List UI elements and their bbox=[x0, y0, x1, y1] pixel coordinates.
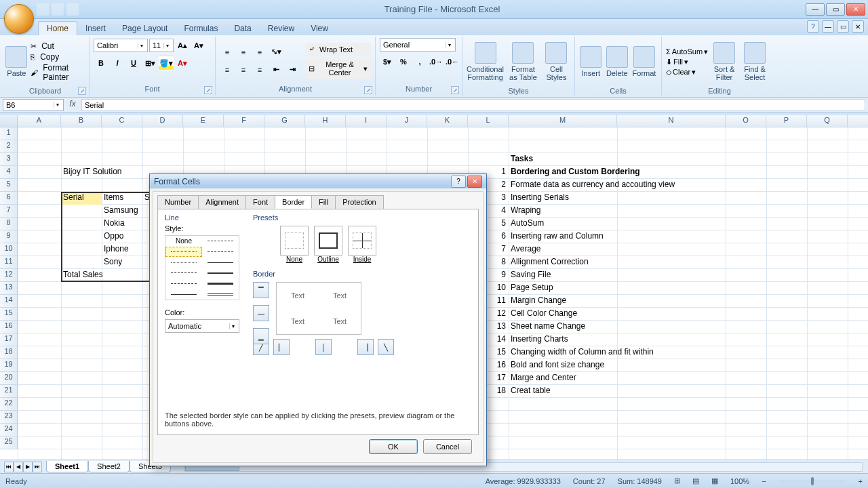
cell[interactable]: AutoSum bbox=[509, 218, 780, 230]
line-style-none[interactable]: None bbox=[165, 236, 202, 247]
merge-center-button[interactable]: ⊟ Merge & Center ▾ bbox=[305, 58, 371, 79]
view-layout-icon[interactable]: ▤ bbox=[692, 476, 699, 485]
border-button[interactable]: ⊞▾ bbox=[142, 56, 157, 70]
currency-button[interactable]: $▾ bbox=[380, 54, 395, 69]
align-center-button[interactable]: ≡ bbox=[236, 62, 251, 77]
cell[interactable]: Page Setup bbox=[509, 282, 780, 295]
cell[interactable]: Sheet name Change bbox=[509, 321, 780, 333]
cut-button[interactable]: ✂ Cut bbox=[31, 41, 85, 51]
decrease-decimal-button[interactable]: .0← bbox=[445, 54, 460, 69]
dialog-tab-alignment[interactable]: Alignment bbox=[198, 195, 246, 209]
preset-outline-button[interactable] bbox=[314, 226, 342, 256]
dialog-close-button[interactable]: ✕ bbox=[467, 176, 482, 188]
row-header[interactable]: 20 bbox=[0, 372, 18, 385]
conditional-formatting-button[interactable]: Conditional Formatting bbox=[467, 38, 504, 85]
alignment-launcher[interactable]: ⤢ bbox=[364, 86, 372, 94]
row-header[interactable]: 17 bbox=[0, 333, 18, 346]
cell[interactable]: Average bbox=[509, 243, 780, 256]
row-header[interactable]: 16 bbox=[0, 321, 18, 333]
cell[interactable]: Bordering and Custom Bordering bbox=[509, 166, 780, 179]
fx-button[interactable]: fx bbox=[66, 99, 79, 111]
orientation-button[interactable]: ⤡▾ bbox=[269, 45, 283, 60]
qat-redo-icon[interactable] bbox=[66, 3, 79, 16]
ribbon-close-button[interactable]: ✕ bbox=[852, 20, 864, 33]
column-header[interactable]: M bbox=[509, 115, 617, 127]
border-left-toggle[interactable]: ▏ bbox=[273, 339, 290, 355]
align-middle-button[interactable]: ≡ bbox=[236, 45, 251, 60]
row-header[interactable]: 19 bbox=[0, 359, 18, 372]
column-header[interactable]: P bbox=[766, 115, 807, 127]
column-header[interactable]: A bbox=[18, 115, 61, 127]
tab-insert[interactable]: Insert bbox=[77, 22, 114, 35]
clear-button[interactable]: ◇ Clear ▾ bbox=[666, 68, 708, 77]
border-color-combo[interactable]: Automatic▾ bbox=[165, 319, 239, 333]
cell[interactable]: Creat table bbox=[509, 385, 780, 398]
row-header[interactable]: 24 bbox=[0, 424, 18, 436]
sheet-tab-2[interactable]: Sheet2 bbox=[88, 461, 130, 472]
column-header[interactable]: J bbox=[387, 115, 427, 127]
border-vmid-toggle[interactable]: │ bbox=[315, 339, 332, 355]
line-style-selector[interactable]: None bbox=[165, 235, 239, 300]
row-header[interactable]: 13 bbox=[0, 282, 18, 295]
delete-cells-button[interactable]: Delete bbox=[606, 38, 629, 85]
font-color-button[interactable]: A▾ bbox=[175, 56, 190, 70]
increase-decimal-button[interactable]: .0→ bbox=[429, 54, 443, 69]
preset-none-button[interactable] bbox=[280, 226, 309, 256]
format-painter-button[interactable]: 🖌 Format Painter bbox=[31, 63, 85, 82]
italic-button[interactable]: I bbox=[110, 56, 125, 70]
row-header[interactable]: 12 bbox=[0, 269, 18, 282]
column-header[interactable]: K bbox=[427, 115, 468, 127]
ribbon-minimize-button[interactable]: — bbox=[822, 20, 834, 33]
cell-styles-button[interactable]: Cell Styles bbox=[542, 38, 570, 85]
cell[interactable]: Saving File bbox=[509, 269, 780, 282]
copy-button[interactable]: ⎘ Copy bbox=[31, 52, 85, 62]
cell[interactable]: Wraping bbox=[509, 205, 780, 218]
cell[interactable]: Tasks bbox=[509, 153, 753, 166]
font-launcher[interactable]: ⤢ bbox=[204, 86, 212, 94]
row-header[interactable]: 10 bbox=[0, 243, 18, 256]
help-button[interactable]: ? bbox=[807, 20, 819, 33]
dialog-tab-number[interactable]: Number bbox=[157, 195, 199, 209]
column-header[interactable]: D bbox=[142, 115, 183, 127]
name-box[interactable]: B6▾ bbox=[3, 99, 64, 111]
autosum-button[interactable]: Σ AutoSum ▾ bbox=[666, 47, 708, 56]
font-size-combo[interactable]: 11▾ bbox=[149, 39, 174, 52]
cell[interactable]: Formate data as currency and accouting v… bbox=[509, 179, 780, 192]
zoom-in-button[interactable]: + bbox=[859, 477, 863, 485]
cell[interactable]: Margin Change bbox=[509, 295, 780, 308]
ok-button[interactable]: OK bbox=[369, 439, 418, 454]
cell[interactable]: Cell Color Change bbox=[509, 308, 780, 321]
border-hmid-toggle[interactable]: — bbox=[253, 305, 269, 321]
tab-review[interactable]: Review bbox=[260, 22, 302, 35]
view-normal-icon[interactable]: ⊞ bbox=[674, 476, 680, 485]
row-header[interactable]: 25 bbox=[0, 436, 18, 449]
format-as-table-button[interactable]: Format as Table bbox=[507, 38, 540, 85]
sort-filter-button[interactable]: Sort & Filter bbox=[711, 38, 738, 85]
column-header[interactable]: Q bbox=[807, 115, 848, 127]
border-preview[interactable]: Text Text Text Text bbox=[276, 282, 361, 335]
cancel-button[interactable]: Cancel bbox=[423, 439, 472, 454]
align-right-button[interactable]: ≡ bbox=[252, 62, 267, 77]
tab-view[interactable]: View bbox=[302, 22, 336, 35]
border-right-toggle[interactable]: ▕ bbox=[357, 339, 374, 355]
row-header[interactable]: 23 bbox=[0, 411, 18, 424]
column-header[interactable]: O bbox=[726, 115, 766, 127]
wrap-text-button[interactable]: ⤶ Wrap Text bbox=[305, 43, 371, 56]
cell[interactable]: Bold and font size change bbox=[509, 359, 780, 372]
sheet-tab-1[interactable]: Sheet1 bbox=[46, 461, 88, 472]
row-header[interactable]: 21 bbox=[0, 385, 18, 398]
cell[interactable]: Marge and Center bbox=[509, 372, 780, 385]
row-header[interactable]: 18 bbox=[0, 346, 18, 359]
fill-button[interactable]: ⬇ Fill ▾ bbox=[666, 58, 708, 66]
row-header[interactable]: 3 bbox=[0, 153, 18, 166]
column-header[interactable]: N bbox=[617, 115, 726, 127]
row-header[interactable]: 22 bbox=[0, 398, 18, 411]
row-header[interactable]: 7 bbox=[0, 205, 18, 218]
align-left-button[interactable]: ≡ bbox=[220, 62, 235, 77]
ribbon-restore-button[interactable]: ▭ bbox=[837, 20, 849, 33]
column-header[interactable]: H bbox=[305, 115, 346, 127]
sheet-nav-prev[interactable]: ◀ bbox=[14, 462, 23, 472]
column-header[interactable]: E bbox=[183, 115, 224, 127]
tab-formulas[interactable]: Formulas bbox=[176, 22, 226, 35]
cell[interactable]: Inserting Charts bbox=[509, 333, 780, 346]
